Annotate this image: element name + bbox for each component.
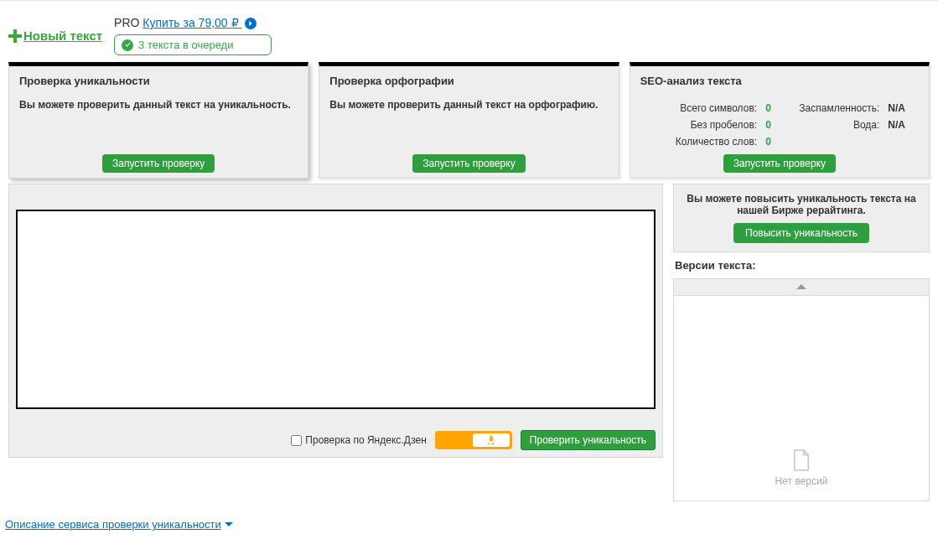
service-description-link[interactable]: Описание сервиса проверки уникальности	[0, 501, 238, 539]
text-input[interactable]	[16, 210, 656, 409]
card-title: SEO-анализ текста	[640, 75, 919, 87]
rocket-icon	[486, 435, 496, 445]
boost-uniqueness-button[interactable]: Повысить уникальность	[733, 223, 869, 243]
chevron-down-icon	[225, 518, 233, 531]
card-uniqueness: Проверка уникальности Вы можете проверит…	[8, 62, 308, 179]
seo-spam-val: N/A	[884, 102, 905, 114]
card-title: Проверка уникальности	[19, 75, 298, 87]
buy-pro-link[interactable]: Купить за 79,00 ₽	[143, 16, 241, 29]
seo-water-label: Вода:	[776, 119, 879, 131]
new-text-link[interactable]: Новый текст	[8, 29, 102, 43]
queue-status[interactable]: 3 текста в очереди	[114, 34, 272, 55]
pro-line: PRO Купить за 79,00 ₽	[114, 16, 272, 29]
no-versions-placeholder: Нет версий	[674, 296, 929, 500]
versions-collapse-toggle[interactable]	[674, 279, 929, 296]
card-desc: Вы можете проверить данный текст на уник…	[19, 99, 298, 111]
chevron-up-icon	[795, 283, 807, 291]
run-unique-button[interactable]: Запустить проверку	[102, 154, 215, 173]
pro-label: PRO	[114, 16, 139, 29]
versions-title: Версии текста:	[673, 259, 930, 272]
file-icon	[792, 449, 811, 472]
seo-words-label: Количество слов:	[654, 136, 757, 148]
card-orthography: Проверка орфографии Вы можете проверить …	[319, 62, 619, 179]
new-text-label: Новый текст	[23, 29, 102, 43]
run-orth-button[interactable]: Запустить проверку	[412, 154, 525, 173]
plus-icon	[8, 29, 22, 43]
seo-total-label: Всего символов:	[654, 102, 757, 114]
arrow-right-icon[interactable]	[245, 18, 257, 29]
pro-mode-toggle[interactable]	[435, 431, 512, 449]
check-uniqueness-button[interactable]: Проверить уникальность	[521, 430, 656, 450]
check-circle-icon	[122, 39, 133, 51]
card-desc: Вы можете проверить данный текст на орфо…	[329, 99, 608, 111]
versions-panel: Нет версий	[673, 278, 930, 501]
pro-block: PRO Купить за 79,00 ₽ 3 текста в очереди	[114, 16, 272, 55]
yandex-zen-checkbox-label[interactable]: Проверка по Яндекс.Дзен	[291, 434, 426, 446]
seo-spam-label: Заспамленность:	[776, 102, 879, 114]
queue-text: 3 текста в очереди	[138, 39, 233, 51]
boost-card: Вы можете повысить уникальность текста н…	[673, 184, 930, 252]
seo-total-val: 0	[762, 102, 771, 114]
editor-panel: Проверка по Яндекс.Дзен Проверить уникал…	[8, 184, 663, 458]
seo-nospace-label: Без пробелов:	[654, 119, 757, 131]
card-title: Проверка орфографии	[329, 75, 608, 87]
boost-text: Вы можете повысить уникальность текста н…	[684, 193, 919, 216]
seo-water-val: N/A	[884, 119, 905, 131]
seo-nospace-val: 0	[762, 119, 771, 131]
toggle-knob	[473, 433, 510, 447]
seo-words-val: 0	[762, 136, 771, 148]
card-seo: SEO-анализ текста Всего символов: 0 Засп…	[630, 62, 930, 179]
yandex-zen-checkbox[interactable]	[291, 435, 302, 446]
run-seo-button[interactable]: Запустить проверку	[723, 154, 836, 173]
